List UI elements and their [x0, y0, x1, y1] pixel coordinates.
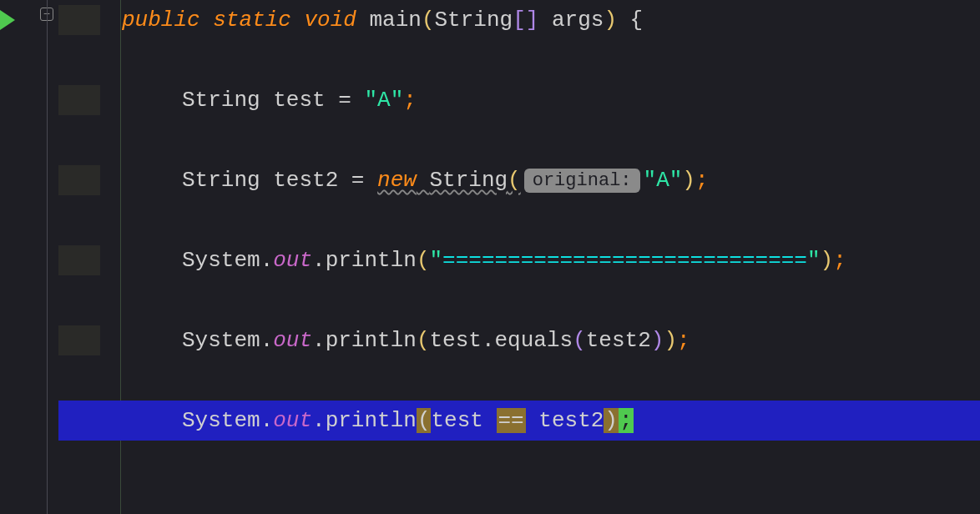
paren-close: )	[821, 248, 834, 273]
indent-block	[58, 245, 100, 275]
type: String	[182, 88, 260, 113]
class-ref: System	[182, 248, 260, 273]
semicolon: ;	[833, 248, 846, 273]
var-ref: test	[431, 408, 482, 433]
var-name: test	[273, 88, 325, 113]
paren-close: )	[604, 8, 617, 33]
parameter-hint: original:	[524, 169, 640, 193]
code-line-blank[interactable]	[58, 40, 980, 80]
var-ref: test2	[586, 328, 651, 353]
gutter-divider	[47, 0, 48, 514]
code-line[interactable]: System.out.println(test.equals(test2));	[58, 320, 980, 360]
code-content: public static void main(String[] args) {	[100, 8, 643, 33]
string-content: ============================	[442, 248, 807, 273]
type: String	[182, 168, 260, 193]
param-name: args	[552, 8, 604, 33]
editor-gutter	[0, 0, 58, 514]
semicolon: ;	[677, 328, 690, 353]
indent-block	[58, 325, 100, 355]
code-content: System.out.println(test == test2);	[100, 408, 634, 433]
code-line-blank[interactable]	[58, 280, 980, 320]
keyword-modifier: public static void	[122, 8, 356, 33]
indent-block	[58, 5, 100, 35]
semicolon: ;	[695, 168, 709, 193]
method-call: equals	[495, 328, 573, 353]
code-content: String test2 = new String(original:"A");	[100, 168, 709, 193]
paren-close: )	[651, 328, 664, 353]
class-ref: System	[182, 408, 260, 433]
code-line[interactable]: System.out.println("====================…	[58, 240, 980, 280]
string-literal: "A"	[644, 168, 683, 193]
code-editor-area[interactable]: public static void main(String[] args) {…	[58, 0, 980, 514]
var-ref: test	[429, 328, 481, 353]
code-line[interactable]: public static void main(String[] args) {	[58, 0, 980, 40]
paren-close: )	[664, 328, 677, 353]
field-ref: out	[273, 328, 312, 353]
bracket: []	[513, 8, 538, 33]
operator-equals: ==	[497, 408, 526, 433]
method-call: println	[326, 328, 417, 353]
paren-open: (	[508, 168, 521, 193]
code-line[interactable]: String test2 = new String(original:"A");	[58, 160, 980, 200]
paren-open-matched: (	[417, 408, 432, 433]
code-content: String test = "A";	[100, 88, 417, 113]
paren-open: (	[422, 8, 435, 33]
paren-open: (	[573, 328, 586, 353]
cursor-position: ;	[619, 408, 634, 433]
paren-open: (	[417, 248, 430, 273]
code-line-current[interactable]: System.out.println(test == test2);	[58, 401, 980, 441]
var-name: test2	[273, 168, 338, 193]
indent-block	[58, 406, 100, 436]
indent-block	[58, 165, 100, 195]
var-ref: test2	[538, 408, 604, 433]
paren-close-matched: )	[604, 408, 619, 433]
string-close: "	[807, 248, 821, 273]
code-line[interactable]: String test = "A";	[58, 80, 980, 120]
constructor: String	[417, 168, 508, 193]
semicolon: ;	[403, 88, 417, 113]
code-content: System.out.println(test.equals(test2));	[100, 328, 690, 353]
method-name: main	[369, 8, 421, 33]
class-ref: System	[182, 328, 260, 353]
string-literal: "A"	[364, 88, 403, 113]
field-ref: out	[273, 248, 312, 273]
paren-close: )	[682, 168, 695, 193]
brace-open: {	[630, 8, 644, 33]
method-call: println	[326, 408, 417, 433]
field-ref: out	[273, 408, 312, 433]
code-line-blank[interactable]	[58, 120, 980, 160]
new-keyword: new	[377, 168, 417, 193]
paren-open: (	[417, 328, 430, 353]
code-line-blank[interactable]	[58, 200, 980, 240]
type: String	[435, 8, 513, 33]
run-arrow-icon[interactable]	[0, 10, 15, 30]
method-call: println	[326, 248, 417, 273]
code-content: System.out.println("====================…	[100, 248, 846, 273]
indent-block	[58, 85, 100, 115]
string-open: "	[429, 248, 442, 273]
code-line-blank[interactable]	[58, 360, 980, 401]
